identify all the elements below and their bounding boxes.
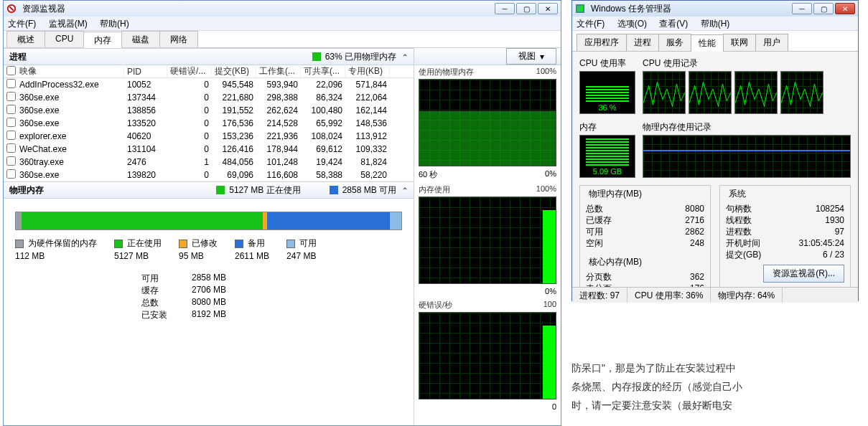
- view-button[interactable]: 视图 ▾: [506, 48, 556, 65]
- stat-key: 总数: [141, 297, 185, 309]
- background-article-text: 防呆口"，那是为了防止在安装过程中 条烧黑、内存报废的经历（感觉自己小 时，请一…: [571, 359, 851, 415]
- taskmgr-titlebar[interactable]: Windows 任务管理器 ─ ▢ ✕: [572, 1, 858, 16]
- table-row[interactable]: 360se.exe 139820 0 69,096 116,608 58,388…: [4, 169, 414, 181]
- col-hardfault[interactable]: 硬错误/...: [167, 64, 212, 79]
- mini-chart: [419, 197, 556, 284]
- kv-value: 31:05:45:24: [799, 237, 844, 249]
- cpu-gauge-value: 36 %: [598, 103, 616, 112]
- row-checkbox[interactable]: [6, 79, 16, 88]
- resource-monitor-button[interactable]: 资源监视器(R)...: [763, 265, 844, 283]
- stat-key: 已安装: [141, 309, 185, 321]
- tab-performance[interactable]: 性能: [691, 34, 724, 52]
- view-button-label: 视图: [518, 50, 536, 62]
- close-button[interactable]: ✕: [835, 3, 855, 14]
- row-checkbox[interactable]: [6, 169, 16, 179]
- cell-hardfault: 0: [167, 80, 212, 90]
- kv-value: 8080: [685, 203, 704, 214]
- processes-header[interactable]: 进程 63% 已用物理内存 ⌃: [4, 48, 414, 65]
- tab-users[interactable]: 用户: [755, 34, 788, 51]
- table-row[interactable]: explorer.exe 40620 0 153,236 221,936 108…: [4, 130, 414, 143]
- tab-apps[interactable]: 应用程序: [577, 34, 627, 51]
- kv-value: 6 / 23: [823, 249, 844, 260]
- tab-services[interactable]: 服务: [658, 34, 691, 51]
- menu-monitor[interactable]: 监视器(M): [49, 19, 88, 29]
- maximize-button[interactable]: ▢: [516, 3, 536, 14]
- col-workingset[interactable]: 工作集(...: [256, 64, 301, 79]
- col-shareable[interactable]: 可共享(...: [301, 64, 345, 79]
- cell-pid: 133520: [124, 118, 167, 128]
- cell-pid: 131104: [124, 144, 167, 154]
- row-checkbox[interactable]: [6, 105, 16, 114]
- maximize-button[interactable]: ▢: [813, 3, 834, 14]
- kv-key: 开机时间: [726, 237, 760, 249]
- kv-row: 总数8080: [586, 203, 704, 214]
- swatch-icon: [286, 240, 295, 248]
- menu-file[interactable]: 文件(F): [8, 19, 36, 29]
- cell-shareable: 86,324: [301, 93, 345, 103]
- tab-network[interactable]: 联网: [723, 34, 756, 51]
- cpu-history-chart: [643, 71, 686, 114]
- menu-file[interactable]: 文件(F): [577, 19, 605, 29]
- row-checkbox[interactable]: [6, 92, 16, 101]
- col-pid[interactable]: PID: [124, 65, 167, 78]
- cell-hardfault: 1: [167, 157, 212, 167]
- taskmgr-statusbar: 进程数: 97 CPU 使用率: 36% 物理内存: 64%: [572, 287, 858, 303]
- minimize-button[interactable]: ─: [792, 3, 812, 14]
- menu-view[interactable]: 查看(V): [659, 19, 688, 29]
- physmem-header[interactable]: 物理内存 5127 MB 正在使用 2858 MB 可用 ⌃: [4, 181, 414, 199]
- col-image[interactable]: 映像: [17, 64, 124, 79]
- close-button[interactable]: ✕: [538, 3, 558, 14]
- mem-history-label: 物理内存使用记录: [643, 121, 851, 133]
- kv-key: 已缓存: [586, 214, 612, 226]
- cpu-history-chart: [780, 71, 823, 114]
- row-checkbox[interactable]: [6, 143, 16, 153]
- chip1-label: 5127 MB 正在使用: [229, 184, 300, 197]
- svg-rect-2: [578, 9, 579, 11]
- select-all-checkbox[interactable]: [6, 66, 16, 75]
- table-row[interactable]: 360se.exe 138856 0 191,552 262,624 100,4…: [4, 104, 414, 117]
- kv-key: 线程数: [726, 214, 752, 226]
- table-row[interactable]: 360tray.exe 2476 1 484,056 101,248 19,42…: [4, 156, 414, 169]
- tab-processes[interactable]: 进程: [626, 34, 659, 51]
- menu-help[interactable]: 帮助(H): [701, 19, 730, 29]
- row-checkbox[interactable]: [6, 118, 16, 127]
- legend-value: 95 MB: [179, 251, 218, 261]
- table-row[interactable]: AddInProcess32.exe 10052 0 945,548 593,9…: [4, 78, 414, 91]
- table-row[interactable]: WeChat.exe 131104 0 126,416 178,944 69,6…: [4, 143, 414, 156]
- cell-commit: 191,552: [212, 105, 256, 115]
- table-row[interactable]: 360se.exe 137344 0 221,680 298,388 86,32…: [4, 91, 414, 104]
- row-checkbox[interactable]: [6, 156, 16, 166]
- col-commit[interactable]: 提交(KB): [212, 64, 256, 79]
- chevron-down-icon: ▾: [540, 52, 544, 62]
- stat-value: 2706 MB: [192, 285, 249, 297]
- tab-disk[interactable]: 磁盘: [121, 31, 160, 47]
- legend-label: 已修改: [192, 237, 218, 250]
- menu-options[interactable]: 选项(O): [617, 19, 647, 29]
- tab-network[interactable]: 网络: [159, 31, 198, 47]
- cell-shareable: 69,612: [301, 144, 345, 154]
- tab-cpu[interactable]: CPU: [45, 31, 84, 47]
- kv-row: 已缓存2716: [586, 214, 704, 226]
- col-private[interactable]: 专用(KB): [345, 64, 390, 79]
- kv-key: 空闲: [586, 237, 603, 249]
- kv-key: 进程数: [726, 226, 752, 237]
- tab-memory[interactable]: 内存: [83, 32, 122, 48]
- cell-pid: 137344: [124, 93, 167, 103]
- menu-help[interactable]: 帮助(H): [100, 19, 129, 29]
- physmem-title: 物理内存: [9, 184, 44, 197]
- cell-pid: 138856: [124, 105, 167, 115]
- resmon-titlebar[interactable]: 资源监视器 ─ ▢ ✕: [4, 1, 561, 16]
- collapse-icon[interactable]: ⌃: [402, 53, 408, 61]
- kv-row: 空闲248: [586, 237, 704, 249]
- row-checkbox[interactable]: [6, 131, 16, 140]
- collapse-icon[interactable]: ⌃: [402, 186, 408, 194]
- minimize-button[interactable]: ─: [495, 3, 515, 14]
- swatch-icon: [15, 240, 24, 248]
- cell-shareable: 19,424: [301, 157, 345, 167]
- cell-hardfault: 0: [167, 144, 212, 154]
- tab-overview[interactable]: 概述: [6, 31, 45, 47]
- table-row[interactable]: 360se.exe 133520 0 176,536 214,528 65,99…: [4, 117, 414, 130]
- mini-chart: [419, 312, 556, 399]
- cell-workingset: 593,940: [256, 80, 301, 90]
- cell-commit: 221,680: [212, 93, 256, 103]
